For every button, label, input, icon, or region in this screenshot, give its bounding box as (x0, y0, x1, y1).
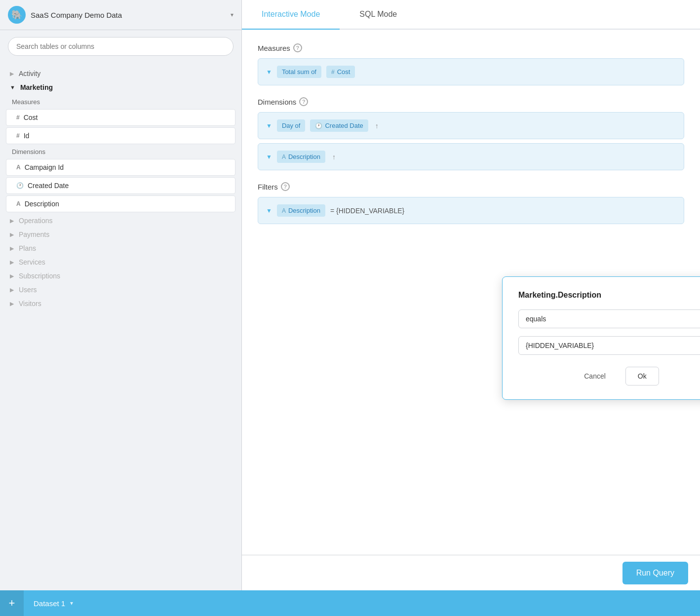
dimensions-text: Dimensions (258, 98, 296, 106)
sidebar-item-subscriptions[interactable]: ▶ Subscriptions (0, 269, 241, 283)
run-query-button[interactable]: Run Query (622, 562, 688, 584)
cost-label: Cost (24, 114, 38, 121)
services-arrow-icon: ▶ (10, 259, 14, 266)
measures-section: Measures ? ▼ Total sum of # Cost (258, 43, 684, 85)
filters-section: Filters ? ▼ A Description = {HIDDEN_VARI… (258, 182, 684, 224)
sidebar-item-payments[interactable]: ▶ Payments (0, 228, 241, 241)
dataset-tab-chevron-icon: ▾ (70, 600, 73, 607)
dataset-bar: + Dataset 1 ▾ (0, 590, 700, 616)
sidebar-dropdown-chevron[interactable]: ▾ (231, 11, 233, 18)
filters-text: Filters (258, 183, 278, 191)
measure-hash-icon: # (331, 69, 335, 76)
filter-cancel-button[interactable]: Cancel (572, 367, 618, 385)
measure-field-label: Cost (337, 68, 350, 76)
visitors-arrow-icon: ▶ (10, 301, 14, 307)
marketing-label: Marketing (20, 83, 53, 91)
sidebar-item-operations[interactable]: ▶ Operations (0, 214, 241, 228)
measures-section-label: Measures (0, 96, 241, 108)
services-label: Services (19, 258, 45, 266)
activity-arrow-icon: ▶ (10, 71, 14, 77)
measures-help-icon[interactable]: ? (293, 43, 302, 52)
sidebar-tree: ▶ Activity ▼ Marketing Measures # Cost #… (0, 63, 241, 590)
dimensions-section-label: Dimensions (0, 146, 241, 157)
filter-popup: Marketing.Description equals does not eq… (502, 276, 700, 400)
operations-label: Operations (19, 217, 52, 225)
query-builder: Measures ? ▼ Total sum of # Cost (242, 30, 700, 555)
sidebar-item-services[interactable]: ▶ Services (0, 255, 241, 269)
dimension2-a-icon: A (282, 154, 286, 160)
dimension1-sort-icon[interactable]: ↑ (375, 122, 379, 130)
filters-help-icon[interactable]: ? (281, 182, 290, 191)
dimension1-chevron-icon[interactable]: ▼ (266, 122, 272, 129)
dimension-row-created-date: ▼ Day of 🕐 Created Date ↑ (258, 112, 684, 139)
visitors-label: Visitors (19, 300, 41, 308)
sidebar-item-visitors[interactable]: ▶ Visitors (0, 297, 241, 310)
dimension2-chevron-icon[interactable]: ▼ (266, 154, 272, 160)
dimension1-field-label: Created Date (325, 122, 363, 129)
filter-popup-title: Marketing.Description (518, 291, 700, 300)
plans-label: Plans (19, 244, 36, 252)
description-label: Description (25, 200, 59, 208)
created-date-clock-icon: 🕐 (16, 182, 24, 189)
measures-label: Measures ? (258, 43, 684, 52)
tabs-bar: Interactive Mode SQL Mode (242, 0, 700, 30)
payments-label: Payments (19, 231, 49, 238)
operations-arrow-icon: ▶ (10, 218, 14, 224)
sidebar-header: 🐘 SaaS Company Demo Data ▾ (0, 0, 241, 30)
field-campaign-id[interactable]: A Campaign Id (6, 159, 235, 176)
dataset-tab-1[interactable]: Dataset 1 ▾ (24, 590, 83, 616)
measure-aggregate-tag[interactable]: Total sum of (277, 66, 321, 78)
created-date-label: Created Date (28, 182, 69, 190)
payments-arrow-icon: ▶ (10, 231, 14, 238)
measures-text: Measures (258, 44, 290, 52)
tab-sql-mode[interactable]: SQL Mode (340, 0, 417, 30)
dimension2-sort-icon[interactable]: ↑ (332, 153, 336, 161)
marketing-arrow-icon: ▼ (10, 84, 15, 90)
campaign-id-label: Campaign Id (25, 163, 64, 171)
dimension1-granularity-tag[interactable]: Day of (277, 119, 306, 132)
field-id[interactable]: # Id (6, 127, 235, 144)
filter-row-description: ▼ A Description = {HIDDEN_VARIABLE} (258, 197, 684, 224)
id-label: Id (24, 132, 30, 140)
sidebar-item-plans[interactable]: ▶ Plans (0, 241, 241, 255)
filter-operator-select[interactable]: equals does not equal contains does not … (518, 309, 700, 328)
field-cost[interactable]: # Cost (6, 109, 235, 126)
dimensions-help-icon[interactable]: ? (299, 97, 308, 106)
subscriptions-label: Subscriptions (19, 272, 60, 280)
users-label: Users (19, 286, 37, 294)
sidebar-item-marketing[interactable]: ▼ Marketing (0, 80, 241, 94)
filter-chevron-icon[interactable]: ▼ (266, 207, 272, 214)
filter-field-tag[interactable]: A Description (277, 204, 325, 217)
dimension2-field-tag[interactable]: A Description (277, 151, 325, 163)
dataset-add-button[interactable]: + (0, 590, 24, 616)
dimension1-clock-icon: 🕐 (315, 122, 322, 129)
field-created-date[interactable]: 🕐 Created Date (6, 177, 235, 194)
dimensions-label: Dimensions ? (258, 97, 684, 106)
dataset-tab-1-label: Dataset 1 (34, 599, 65, 608)
search-input[interactable] (8, 37, 233, 56)
filter-ok-button[interactable]: Ok (625, 367, 659, 385)
activity-label: Activity (19, 70, 40, 77)
cost-hash-icon: # (16, 114, 20, 121)
field-description[interactable]: A Description (6, 195, 235, 212)
dimension1-field-tag[interactable]: 🕐 Created Date (310, 119, 368, 132)
sidebar-title: SaaS Company Demo Data (31, 11, 226, 19)
plans-arrow-icon: ▶ (10, 245, 14, 252)
filter-a-icon: A (282, 207, 286, 214)
right-panel: Interactive Mode SQL Mode Measures ? ▼ T… (242, 0, 700, 590)
campaign-id-a-icon: A (16, 164, 21, 171)
filter-popup-actions: Cancel Ok (518, 367, 700, 385)
sidebar-item-activity[interactable]: ▶ Activity (0, 67, 241, 80)
sidebar: 🐘 SaaS Company Demo Data ▾ ▶ Activity ▼ … (0, 0, 242, 590)
tab-interactive-mode[interactable]: Interactive Mode (242, 0, 340, 30)
measure-row-cost: ▼ Total sum of # Cost (258, 58, 684, 85)
sidebar-item-users[interactable]: ▶ Users (0, 283, 241, 297)
users-arrow-icon: ▶ (10, 287, 14, 293)
description-a-icon: A (16, 200, 21, 207)
measure-field-tag[interactable]: # Cost (326, 66, 355, 78)
measure-chevron-icon[interactable]: ▼ (266, 69, 272, 76)
sidebar-logo: 🐘 (8, 6, 26, 24)
filter-value-select[interactable]: {HIDDEN_VARIABLE} (518, 336, 700, 355)
dimension-row-description: ▼ A Description ↑ (258, 143, 684, 170)
bottom-bar: Run Query (242, 555, 700, 590)
